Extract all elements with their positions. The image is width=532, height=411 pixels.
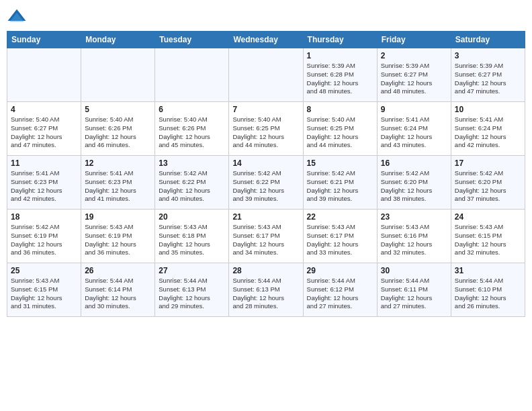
day-info: Sunrise: 5:40 AM Sunset: 6:25 PM Dayligh… xyxy=(307,116,373,150)
day-number: 19 xyxy=(85,212,151,222)
day-info: Sunrise: 5:39 AM Sunset: 6:28 PM Dayligh… xyxy=(307,62,373,96)
calendar-cell: 24Sunrise: 5:43 AM Sunset: 6:15 PM Dayli… xyxy=(451,210,525,263)
calendar-cell: 7Sunrise: 5:40 AM Sunset: 6:25 PM Daylig… xyxy=(229,102,303,156)
day-number: 17 xyxy=(455,158,521,168)
calendar-cell: 20Sunrise: 5:43 AM Sunset: 6:18 PM Dayli… xyxy=(155,210,229,263)
calendar-cell: 21Sunrise: 5:43 AM Sunset: 6:17 PM Dayli… xyxy=(229,210,303,263)
calendar-cell: 15Sunrise: 5:42 AM Sunset: 6:21 PM Dayli… xyxy=(303,156,377,210)
calendar-cell: 3Sunrise: 5:39 AM Sunset: 6:27 PM Daylig… xyxy=(451,48,525,102)
day-info: Sunrise: 5:44 AM Sunset: 6:12 PM Dayligh… xyxy=(307,277,373,311)
day-number: 30 xyxy=(381,266,447,275)
logo-icon xyxy=(7,7,27,27)
calendar-cell: 31Sunrise: 5:44 AM Sunset: 6:10 PM Dayli… xyxy=(451,263,525,317)
day-header-row: SundayMondayTuesdayWednesdayThursdayFrid… xyxy=(7,32,525,48)
day-number: 20 xyxy=(159,212,225,222)
calendar-cell: 2Sunrise: 5:39 AM Sunset: 6:27 PM Daylig… xyxy=(377,48,451,102)
week-row-3: 18Sunrise: 5:42 AM Sunset: 6:19 PM Dayli… xyxy=(7,210,525,263)
logo xyxy=(7,7,30,27)
day-number: 27 xyxy=(159,266,225,275)
day-info: Sunrise: 5:40 AM Sunset: 6:26 PM Dayligh… xyxy=(85,116,151,150)
day-info: Sunrise: 5:41 AM Sunset: 6:24 PM Dayligh… xyxy=(455,116,521,150)
day-number: 4 xyxy=(11,105,77,114)
day-info: Sunrise: 5:42 AM Sunset: 6:22 PM Dayligh… xyxy=(232,169,299,203)
day-info: Sunrise: 5:43 AM Sunset: 6:17 PM Dayligh… xyxy=(232,223,299,257)
calendar-cell: 18Sunrise: 5:42 AM Sunset: 6:19 PM Dayli… xyxy=(7,210,81,263)
calendar-cell: 10Sunrise: 5:41 AM Sunset: 6:24 PM Dayli… xyxy=(451,102,525,156)
calendar-cell: 4Sunrise: 5:40 AM Sunset: 6:27 PM Daylig… xyxy=(7,102,81,156)
calendar-cell: 9Sunrise: 5:41 AM Sunset: 6:24 PM Daylig… xyxy=(377,102,451,156)
day-header-friday: Friday xyxy=(377,32,451,48)
day-info: Sunrise: 5:44 AM Sunset: 6:14 PM Dayligh… xyxy=(85,277,151,311)
day-number: 9 xyxy=(381,105,447,114)
calendar-cell: 16Sunrise: 5:42 AM Sunset: 6:20 PM Dayli… xyxy=(377,156,451,210)
day-info: Sunrise: 5:40 AM Sunset: 6:26 PM Dayligh… xyxy=(159,116,225,150)
day-info: Sunrise: 5:43 AM Sunset: 6:17 PM Dayligh… xyxy=(307,223,373,257)
day-number: 13 xyxy=(159,158,225,168)
day-info: Sunrise: 5:40 AM Sunset: 6:27 PM Dayligh… xyxy=(11,116,77,150)
day-number: 5 xyxy=(85,105,151,114)
calendar-cell xyxy=(229,48,303,102)
day-info: Sunrise: 5:42 AM Sunset: 6:21 PM Dayligh… xyxy=(307,169,373,203)
day-info: Sunrise: 5:41 AM Sunset: 6:23 PM Dayligh… xyxy=(85,169,151,203)
week-row-2: 11Sunrise: 5:41 AM Sunset: 6:23 PM Dayli… xyxy=(7,156,525,210)
page-header xyxy=(7,7,525,27)
day-number: 12 xyxy=(85,158,151,168)
day-number: 14 xyxy=(232,158,299,168)
week-row-0: 1Sunrise: 5:39 AM Sunset: 6:28 PM Daylig… xyxy=(7,48,525,102)
day-header-wednesday: Wednesday xyxy=(229,32,303,48)
calendar-table: SundayMondayTuesdayWednesdayThursdayFrid… xyxy=(7,31,525,317)
day-number: 2 xyxy=(381,51,447,60)
calendar-cell: 26Sunrise: 5:44 AM Sunset: 6:14 PM Dayli… xyxy=(81,263,155,317)
day-number: 15 xyxy=(307,158,373,168)
day-info: Sunrise: 5:42 AM Sunset: 6:20 PM Dayligh… xyxy=(381,169,447,203)
week-row-4: 25Sunrise: 5:43 AM Sunset: 6:15 PM Dayli… xyxy=(7,263,525,317)
day-number: 7 xyxy=(232,105,299,114)
calendar-cell: 5Sunrise: 5:40 AM Sunset: 6:26 PM Daylig… xyxy=(81,102,155,156)
calendar-cell: 28Sunrise: 5:44 AM Sunset: 6:13 PM Dayli… xyxy=(229,263,303,317)
day-number: 21 xyxy=(232,212,299,222)
day-number: 11 xyxy=(11,158,77,168)
day-number: 3 xyxy=(455,51,521,60)
week-row-1: 4Sunrise: 5:40 AM Sunset: 6:27 PM Daylig… xyxy=(7,102,525,156)
day-info: Sunrise: 5:44 AM Sunset: 6:13 PM Dayligh… xyxy=(159,277,225,311)
day-number: 6 xyxy=(159,105,225,114)
day-info: Sunrise: 5:41 AM Sunset: 6:23 PM Dayligh… xyxy=(11,169,77,203)
day-info: Sunrise: 5:39 AM Sunset: 6:27 PM Dayligh… xyxy=(455,62,521,96)
calendar-cell: 6Sunrise: 5:40 AM Sunset: 6:26 PM Daylig… xyxy=(155,102,229,156)
day-number: 31 xyxy=(455,266,521,275)
day-number: 22 xyxy=(307,212,373,222)
day-info: Sunrise: 5:43 AM Sunset: 6:15 PM Dayligh… xyxy=(455,223,521,257)
calendar-cell: 17Sunrise: 5:42 AM Sunset: 6:20 PM Dayli… xyxy=(451,156,525,210)
calendar-cell xyxy=(81,48,155,102)
day-number: 29 xyxy=(307,266,373,275)
day-info: Sunrise: 5:44 AM Sunset: 6:10 PM Dayligh… xyxy=(455,277,521,311)
day-number: 25 xyxy=(11,266,77,275)
calendar-cell: 1Sunrise: 5:39 AM Sunset: 6:28 PM Daylig… xyxy=(303,48,377,102)
day-number: 16 xyxy=(381,158,447,168)
calendar-cell: 29Sunrise: 5:44 AM Sunset: 6:12 PM Dayli… xyxy=(303,263,377,317)
day-info: Sunrise: 5:43 AM Sunset: 6:16 PM Dayligh… xyxy=(381,223,447,257)
calendar-cell: 12Sunrise: 5:41 AM Sunset: 6:23 PM Dayli… xyxy=(81,156,155,210)
day-info: Sunrise: 5:42 AM Sunset: 6:22 PM Dayligh… xyxy=(159,169,225,203)
day-number: 26 xyxy=(85,266,151,275)
calendar-cell: 25Sunrise: 5:43 AM Sunset: 6:15 PM Dayli… xyxy=(7,263,81,317)
day-header-tuesday: Tuesday xyxy=(155,32,229,48)
day-number: 24 xyxy=(455,212,521,222)
day-header-saturday: Saturday xyxy=(451,32,525,48)
day-header-thursday: Thursday xyxy=(303,32,377,48)
day-info: Sunrise: 5:43 AM Sunset: 6:15 PM Dayligh… xyxy=(11,277,77,311)
day-info: Sunrise: 5:42 AM Sunset: 6:20 PM Dayligh… xyxy=(455,169,521,203)
day-header-monday: Monday xyxy=(81,32,155,48)
day-info: Sunrise: 5:41 AM Sunset: 6:24 PM Dayligh… xyxy=(381,116,447,150)
day-number: 18 xyxy=(11,212,77,222)
calendar-cell: 27Sunrise: 5:44 AM Sunset: 6:13 PM Dayli… xyxy=(155,263,229,317)
day-info: Sunrise: 5:44 AM Sunset: 6:13 PM Dayligh… xyxy=(232,277,299,311)
day-number: 23 xyxy=(381,212,447,222)
day-number: 1 xyxy=(307,51,373,60)
calendar-cell: 11Sunrise: 5:41 AM Sunset: 6:23 PM Dayli… xyxy=(7,156,81,210)
day-info: Sunrise: 5:43 AM Sunset: 6:18 PM Dayligh… xyxy=(159,223,225,257)
calendar-cell xyxy=(7,48,81,102)
calendar-cell xyxy=(155,48,229,102)
calendar-cell: 22Sunrise: 5:43 AM Sunset: 6:17 PM Dayli… xyxy=(303,210,377,263)
day-number: 28 xyxy=(232,266,299,275)
